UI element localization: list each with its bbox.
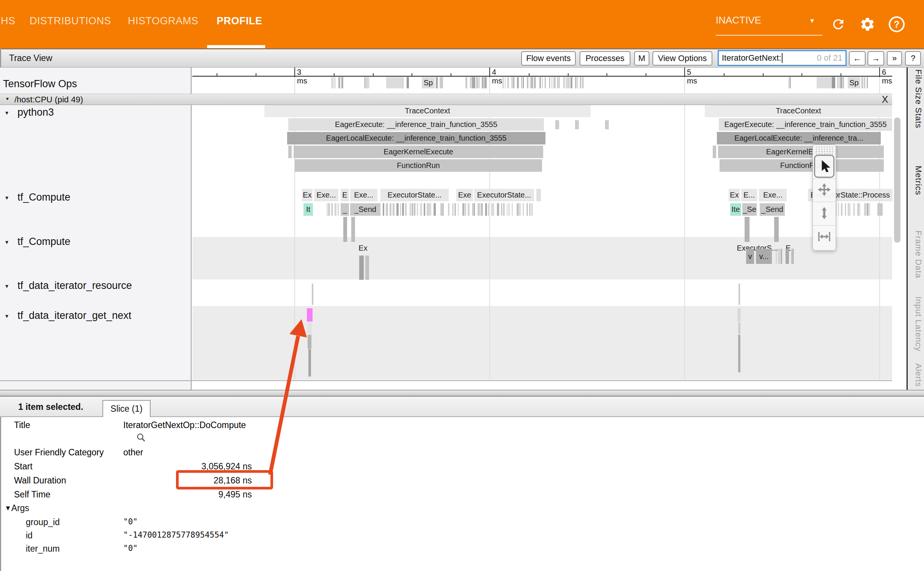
- trace-stripe[interactable]: [402, 203, 404, 216]
- trace-stripe[interactable]: [552, 77, 552, 88]
- track-label-iterator-get-next[interactable]: tf_data_iterator_get_next: [17, 310, 131, 322]
- trace-stripe[interactable]: [837, 77, 838, 88]
- trace-stripe[interactable]: [481, 203, 483, 216]
- track-label-iterator-resource[interactable]: tf_data_iterator_resource: [17, 280, 132, 292]
- trace-stripe[interactable]: [527, 77, 528, 88]
- trace-span[interactable]: [737, 308, 741, 322]
- sidetab-input-latency[interactable]: Input Latency: [910, 296, 923, 351]
- trace-stripe[interactable]: [502, 77, 504, 88]
- trace-span[interactable]: E...: [741, 189, 757, 201]
- trace-span[interactable]: Ex: [302, 189, 313, 201]
- trace-span[interactable]: [365, 256, 369, 280]
- trace-span[interactable]: EagerExecute: __inference_train_function…: [288, 118, 544, 131]
- trace-stripe[interactable]: [859, 203, 860, 216]
- track-label-tf-compute-2[interactable]: tf_Compute: [17, 236, 71, 248]
- trace-stripe[interactable]: [338, 77, 340, 88]
- trace-span[interactable]: FunctionRun: [295, 159, 542, 172]
- trace-stripe[interactable]: [531, 203, 533, 216]
- tab-slice[interactable]: Slice (1): [102, 400, 151, 417]
- trace-span[interactable]: EagerKernelExecute: [294, 146, 543, 158]
- collapse-icon[interactable]: ▾: [6, 96, 9, 102]
- trace-span[interactable]: [605, 120, 609, 129]
- trace-stripe[interactable]: [328, 203, 330, 216]
- track-group-tensorflow-ops[interactable]: TensorFlow Ops: [3, 78, 77, 90]
- trace-span[interactable]: [407, 77, 409, 88]
- trace-span[interactable]: EagerKernelExecute: [718, 146, 884, 158]
- collapse-icon[interactable]: ▾: [5, 109, 8, 116]
- trace-span[interactable]: ExecutorState...: [380, 189, 449, 201]
- trace-span[interactable]: TraceContext: [264, 105, 591, 117]
- trace-stripe[interactable]: [472, 203, 473, 216]
- trace-stripe[interactable]: [335, 203, 336, 216]
- sidetab-alerts[interactable]: Alerts: [910, 363, 923, 387]
- trace-stripe[interactable]: [412, 203, 413, 216]
- trace-span[interactable]: Exe: [456, 189, 473, 201]
- trace-stripe[interactable]: [497, 203, 499, 216]
- trace-stripe[interactable]: [557, 77, 558, 88]
- trace-stripe[interactable]: [526, 203, 528, 216]
- trace-stripe[interactable]: [512, 203, 513, 216]
- trace-stripe[interactable]: [454, 203, 456, 216]
- trace-stripe[interactable]: [853, 203, 855, 216]
- trace-span[interactable]: EagerExecute: __inference_train_function…: [719, 118, 892, 131]
- trace-stripe[interactable]: [448, 203, 449, 216]
- trace-stripe[interactable]: [410, 203, 411, 216]
- trace-stripe[interactable]: [517, 77, 518, 88]
- trace-stripe[interactable]: [386, 203, 388, 216]
- trace-span[interactable]: [536, 189, 541, 201]
- trace-stripe[interactable]: [462, 203, 464, 216]
- trace-stripe[interactable]: [781, 249, 782, 264]
- close-icon[interactable]: X: [879, 94, 891, 105]
- trace-stripe[interactable]: [414, 203, 415, 216]
- trace-stripe[interactable]: [507, 77, 509, 88]
- trace-span[interactable]: EagerLocalExecute: __inference_train_fun…: [287, 132, 545, 144]
- trace-stripe[interactable]: [841, 203, 842, 216]
- trace-stripe[interactable]: [458, 203, 459, 216]
- trace-stripe[interactable]: [531, 77, 533, 88]
- trace-stripe[interactable]: [530, 77, 531, 88]
- trace-stripe[interactable]: [396, 203, 399, 216]
- trace-span[interactable]: Ex: [729, 189, 740, 201]
- trace-stripe[interactable]: [513, 77, 514, 88]
- trace-stripe[interactable]: [849, 203, 850, 216]
- trace-stripe[interactable]: [470, 77, 471, 88]
- trace-stripe[interactable]: [476, 77, 478, 88]
- trace-stripe[interactable]: [580, 77, 581, 88]
- trace-stripe[interactable]: [553, 77, 556, 88]
- trace-stripe[interactable]: [429, 203, 431, 216]
- trace-span[interactable]: _Send: [350, 203, 380, 216]
- help-button[interactable]: ?: [905, 51, 921, 66]
- trace-stripe[interactable]: [393, 203, 394, 216]
- trace-stripe[interactable]: [473, 77, 475, 88]
- trace-span[interactable]: Exe...: [314, 189, 338, 201]
- trace-stripe[interactable]: [468, 203, 470, 216]
- trace-stripe[interactable]: [523, 203, 524, 216]
- trace-stripe[interactable]: [486, 77, 487, 88]
- trace-span[interactable]: [745, 217, 750, 242]
- vertical-scrollbar[interactable]: [894, 118, 900, 243]
- trace-stripe[interactable]: [530, 203, 530, 216]
- trace-stripe[interactable]: [420, 203, 422, 216]
- trace-span[interactable]: [575, 120, 579, 129]
- trace-span[interactable]: [774, 217, 779, 242]
- trace-span[interactable]: [312, 284, 313, 305]
- trace-stripe[interactable]: [492, 203, 494, 216]
- trace-stripe[interactable]: [474, 203, 475, 216]
- trace-stripe[interactable]: [436, 77, 438, 88]
- trace-stripe[interactable]: [842, 77, 844, 88]
- trace-stripe[interactable]: [845, 203, 846, 216]
- trace-stripe[interactable]: [383, 203, 384, 216]
- trace-stripe[interactable]: [545, 77, 546, 88]
- trace-stripe[interactable]: [334, 77, 335, 88]
- trace-stripe[interactable]: [576, 77, 578, 88]
- selection-tool-button[interactable]: [814, 155, 834, 178]
- collapse-icon[interactable]: ▾: [5, 238, 8, 246]
- trace-stripe[interactable]: [848, 203, 849, 216]
- trace-span[interactable]: [786, 249, 789, 264]
- selected-slice[interactable]: [307, 308, 313, 322]
- trace-span[interactable]: [738, 322, 740, 334]
- trace-span[interactable]: [791, 249, 794, 264]
- trace-span[interactable]: Ex: [357, 243, 369, 253]
- trace-stripe[interactable]: [861, 77, 863, 88]
- trace-span[interactable]: [738, 335, 740, 372]
